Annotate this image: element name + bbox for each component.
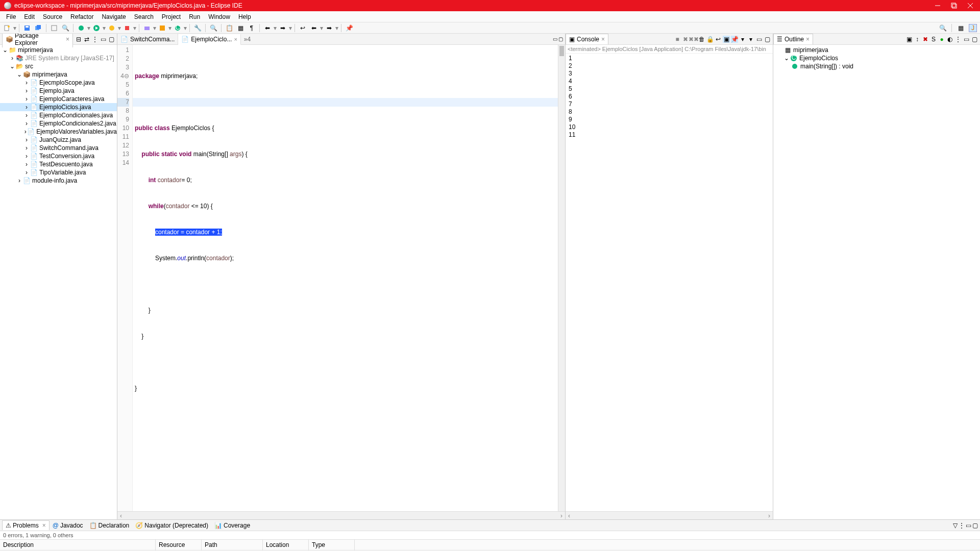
menu-project[interactable]: Project xyxy=(158,12,185,22)
open-console-icon[interactable]: ▾ xyxy=(747,36,754,43)
new-icon[interactable] xyxy=(3,24,11,32)
problems-tab[interactable]: ⚠Problems× xyxy=(2,520,50,530)
hide-static-icon[interactable]: S xyxy=(930,36,937,43)
tree-jre[interactable]: ›📚JRE System Library [JavaSE-17] xyxy=(0,54,117,62)
outline-class[interactable]: ⌄CEjemploCiclos xyxy=(774,54,979,62)
skip-breakpoints-icon[interactable]: 🔍 xyxy=(61,24,69,32)
menu-refactor[interactable]: Refactor xyxy=(66,12,97,22)
show-console-icon[interactable]: ▣ xyxy=(723,36,730,43)
console-h-scrollbar[interactable]: ‹› xyxy=(566,511,773,519)
code-editor[interactable]: 1234⊖567891011121314 package miprimerjav… xyxy=(117,45,565,511)
minimize-problems-icon[interactable]: ▭ xyxy=(966,522,971,529)
coverage-tab[interactable]: 📊Coverage xyxy=(211,521,253,530)
editor-tab-ejemplociclos[interactable]: 📄 EjemploCiclo... × xyxy=(178,34,240,45)
open-type-icon[interactable]: 🔧 xyxy=(193,24,202,32)
close-icon[interactable]: × xyxy=(234,36,237,42)
tree-file[interactable]: ›📄TestDescuento.java xyxy=(0,160,117,168)
close-icon[interactable]: × xyxy=(601,36,605,43)
menu-window[interactable]: Window xyxy=(204,12,234,22)
run-icon[interactable] xyxy=(92,24,101,32)
tree-file[interactable]: ›📄TipoVariable.java xyxy=(0,168,117,177)
overflow-tabs[interactable]: »4 xyxy=(241,35,254,44)
clear-console-icon[interactable]: 🗑 xyxy=(698,36,705,43)
scroll-lock-icon[interactable]: 🔒 xyxy=(706,36,714,43)
java-perspective-icon[interactable]: J xyxy=(969,24,977,32)
menu-run[interactable]: Run xyxy=(185,12,204,22)
toggle-mark-icon[interactable]: 📋 xyxy=(225,24,233,32)
package-tree[interactable]: ⌄📁miprimerjava ›📚JRE System Library [Jav… xyxy=(0,45,117,519)
last-edit-icon[interactable]: ↩ xyxy=(299,24,307,32)
annotation-next-icon[interactable]: ➡ xyxy=(279,24,287,32)
collapse-all-icon[interactable]: ⊟ xyxy=(75,36,82,43)
pin-console-icon[interactable]: 📌 xyxy=(731,36,738,43)
close-icon[interactable]: × xyxy=(42,522,46,529)
tree-module-info[interactable]: ›📄module-info.java xyxy=(0,177,117,185)
outline-tree[interactable]: ▦miprimerjava ⌄CEjemploCiclos main(Strin… xyxy=(773,45,980,519)
editor-h-scrollbar[interactable]: ‹› xyxy=(117,511,565,519)
tree-project[interactable]: ⌄📁miprimerjava xyxy=(0,46,117,54)
maximize-editor-icon[interactable]: ▢ xyxy=(558,36,563,42)
minimize-outline-icon[interactable]: ▭ xyxy=(963,36,970,43)
focus-icon[interactable]: ▣ xyxy=(905,36,913,43)
search-icon[interactable]: 🔍 xyxy=(209,24,217,32)
maximize-problems-icon[interactable]: ▢ xyxy=(972,522,978,529)
toggle-icon[interactable] xyxy=(50,24,58,32)
editor-tab-switchcommand[interactable]: 📄 SwitchComma... xyxy=(117,34,178,44)
menu-edit[interactable]: Edit xyxy=(20,12,39,22)
outline-tab[interactable]: ☰ Outline × xyxy=(773,34,813,44)
new-package-icon[interactable] xyxy=(158,24,166,32)
close-icon[interactable]: × xyxy=(806,36,810,43)
menu-help[interactable]: Help xyxy=(234,12,255,22)
forward-icon[interactable]: ➡ xyxy=(325,24,333,32)
remove-all-icon[interactable]: ✖✖ xyxy=(690,36,697,43)
minimize-button[interactable] xyxy=(934,2,941,9)
console-tab[interactable]: ▣ Console × xyxy=(566,34,608,44)
minimize-editor-icon[interactable]: ▭ xyxy=(553,36,557,42)
word-wrap-icon[interactable]: ↩ xyxy=(715,36,722,43)
javadoc-tab[interactable]: @Javadoc xyxy=(50,521,86,530)
back-icon[interactable]: ⬅ xyxy=(310,24,318,32)
tree-file[interactable]: ›📄EjemploCondicionales.java xyxy=(0,111,117,119)
open-perspective-icon[interactable]: ▦ xyxy=(957,24,965,32)
hide-non-public-icon[interactable]: ● xyxy=(938,36,945,43)
annotation-prev-icon[interactable]: ⬅ xyxy=(263,24,272,32)
tree-file[interactable]: ›📄Ejemplo.java xyxy=(0,87,117,95)
hide-local-icon[interactable]: ◐ xyxy=(946,36,953,43)
new-java-project-icon[interactable] xyxy=(143,24,151,32)
link-editor-icon[interactable]: ⇄ xyxy=(83,36,90,43)
tree-file[interactable]: ›📄TestConversion.java xyxy=(0,152,117,160)
sort-icon[interactable]: ↕ xyxy=(914,36,921,43)
tree-package[interactable]: ⌄📦miprimerjava xyxy=(0,70,117,79)
navigator-tab[interactable]: 🧭Navigator (Deprecated) xyxy=(132,521,211,530)
menu-navigate[interactable]: Navigate xyxy=(97,12,130,22)
coverage-icon[interactable] xyxy=(108,24,116,32)
tree-file[interactable]: ›📄EjemploCiclos.java xyxy=(0,103,117,111)
declaration-tab[interactable]: 📋Declaration xyxy=(86,521,133,530)
hide-fields-icon[interactable]: ✖ xyxy=(922,36,929,43)
debug-icon[interactable] xyxy=(77,24,85,32)
external-tools-icon[interactable] xyxy=(123,24,131,32)
maximize-outline-icon[interactable]: ▢ xyxy=(971,36,978,43)
menu-search[interactable]: Search xyxy=(130,12,158,22)
view-menu-icon[interactable]: ⋮ xyxy=(954,36,962,43)
tree-file[interactable]: ›📄SwitchCommand.java xyxy=(0,144,117,152)
maximize-button[interactable] xyxy=(950,2,958,9)
new-class-icon[interactable]: C xyxy=(174,24,182,32)
tree-src[interactable]: ⌄📂src xyxy=(0,62,117,70)
editor-scrollbar[interactable] xyxy=(558,45,565,511)
pin-icon[interactable]: 📌 xyxy=(345,24,353,32)
outline-method[interactable]: main(String[]) : void xyxy=(774,62,979,70)
menu-file[interactable]: File xyxy=(2,12,20,22)
view-menu-icon[interactable]: ⋮ xyxy=(91,36,99,43)
menu-source[interactable]: Source xyxy=(39,12,66,22)
display-selected-icon[interactable]: ▾ xyxy=(739,36,746,43)
tree-file[interactable]: ›📄EjemploValoresVariables.java xyxy=(0,128,117,136)
maximize-console-icon[interactable]: ▢ xyxy=(764,36,771,43)
filter-icon[interactable]: ▽ xyxy=(953,522,958,529)
tree-file[interactable]: ›📄EjemploCaracteres.java xyxy=(0,95,117,103)
save-icon[interactable] xyxy=(23,24,31,32)
maximize-view-icon[interactable]: ▢ xyxy=(108,36,115,43)
minimize-view-icon[interactable]: ▭ xyxy=(100,36,107,43)
view-menu-icon[interactable]: ⋮ xyxy=(959,522,965,529)
minimize-console-icon[interactable]: ▭ xyxy=(755,36,763,43)
